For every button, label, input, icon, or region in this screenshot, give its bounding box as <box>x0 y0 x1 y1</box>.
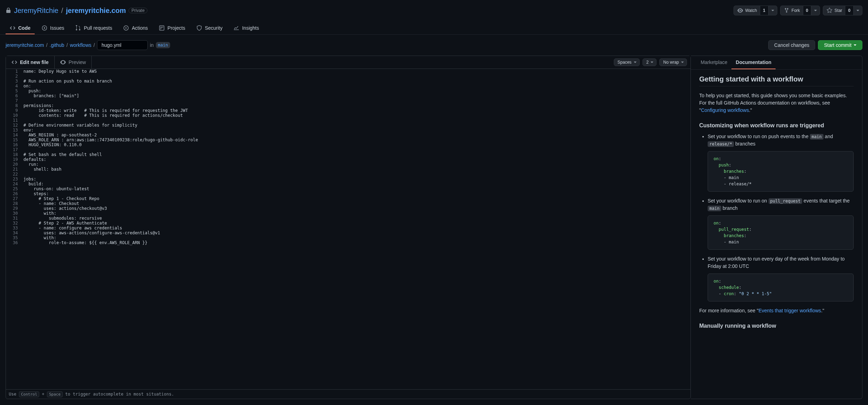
svg-point-1 <box>44 27 45 29</box>
watch-caret[interactable] <box>768 6 777 15</box>
code-block-3: on: schedule: - cron: "0 2 * * 1-5" <box>708 273 854 301</box>
eye-icon <box>60 59 66 65</box>
lock-icon <box>6 8 11 13</box>
wrap-select[interactable]: No wrap <box>659 58 687 66</box>
star-caret[interactable] <box>853 6 862 15</box>
tab-preview[interactable]: Preview <box>55 56 92 69</box>
indent-size-select[interactable]: 2 <box>643 58 657 66</box>
code-icon <box>12 59 17 65</box>
tab-marketplace[interactable]: Marketplace <box>696 56 731 69</box>
code-editor[interactable]: 1name: Deploy Hugo site to AWS23# Run ac… <box>6 69 690 389</box>
docs-li-3: Set your workflow to run every day of th… <box>708 255 854 301</box>
tab-documentation[interactable]: Documentation <box>731 56 776 69</box>
cancel-button[interactable]: Cancel changes <box>768 40 815 50</box>
tab-projects[interactable]: Projects <box>155 22 189 34</box>
graph-icon <box>234 25 239 31</box>
slash: / <box>61 7 63 15</box>
docs-subheading-2: Manually running a workflow <box>699 323 854 329</box>
chevron-down-icon <box>771 10 774 11</box>
indent-select[interactable]: Spaces <box>614 58 640 66</box>
crumb-root[interactable]: jeremyritchie.com <box>6 42 44 48</box>
docs-intro: To help you get started, this guide show… <box>699 92 854 114</box>
chevron-down-icon <box>856 10 859 11</box>
start-commit-button[interactable]: Start commit <box>818 40 862 50</box>
branch-chip: main <box>156 42 170 48</box>
docs-heading: Getting started with a workflow <box>699 75 854 86</box>
docs-subheading-1: Customizing when workflow runs are trigg… <box>699 122 854 129</box>
visibility-badge: Private <box>129 8 147 13</box>
watch-button[interactable]: Watch 1 <box>734 6 777 15</box>
tab-edit-file[interactable]: Edit new file <box>6 56 55 69</box>
repo-owner-link[interactable]: JeremyRitchie <box>14 7 58 15</box>
events-trigger-link[interactable]: Events that trigger workflows <box>758 308 821 313</box>
play-icon <box>123 25 129 31</box>
star-icon <box>827 8 832 13</box>
crumb-workflows[interactable]: workflows <box>70 42 91 48</box>
docs-more-info: For more information, see "Events that t… <box>699 307 854 314</box>
fork-count: 0 <box>803 6 811 15</box>
star-button[interactable]: Star 0 <box>823 6 862 15</box>
shield-icon <box>196 25 202 31</box>
repo-name-link[interactable]: jeremyritchie.com <box>66 7 126 15</box>
docs-li-2: Set your workflow to run on pull_request… <box>708 197 854 250</box>
tab-pull-requests[interactable]: Pull requests <box>71 22 116 34</box>
tab-insights[interactable]: Insights <box>229 22 263 34</box>
code-block-1: on: push: branches: - main - release/* <box>708 151 854 192</box>
fork-icon <box>784 8 790 13</box>
tab-issues[interactable]: Issues <box>37 22 68 34</box>
issue-icon <box>42 25 47 31</box>
filename-input[interactable] <box>97 40 148 50</box>
configuring-workflows-link[interactable]: Configuring workflows <box>701 107 749 113</box>
tab-security[interactable]: Security <box>192 22 227 34</box>
pr-icon <box>75 25 81 31</box>
eye-icon <box>737 8 743 13</box>
star-label: Star <box>834 8 842 13</box>
code-icon <box>10 25 15 31</box>
chevron-down-icon <box>854 44 856 46</box>
crumb-github[interactable]: .github <box>50 42 64 48</box>
in-label: in <box>150 42 154 48</box>
fork-button[interactable]: Fork 0 <box>780 6 820 15</box>
watch-label: Watch <box>745 8 757 13</box>
tab-code[interactable]: Code <box>6 22 35 34</box>
code-block-2: on: pull_request: branches: - main <box>708 215 854 250</box>
tab-actions[interactable]: Actions <box>119 22 152 34</box>
fork-caret[interactable] <box>811 6 820 15</box>
watch-count: 1 <box>760 6 768 15</box>
docs-li-1: Set your workflow to run on push events … <box>708 133 854 192</box>
star-count: 0 <box>845 6 853 15</box>
chevron-down-icon <box>814 10 817 11</box>
project-icon <box>159 25 165 31</box>
autocomplete-hint: Use Control + Space to trigger autocompl… <box>6 389 690 399</box>
fork-label: Fork <box>792 8 800 13</box>
